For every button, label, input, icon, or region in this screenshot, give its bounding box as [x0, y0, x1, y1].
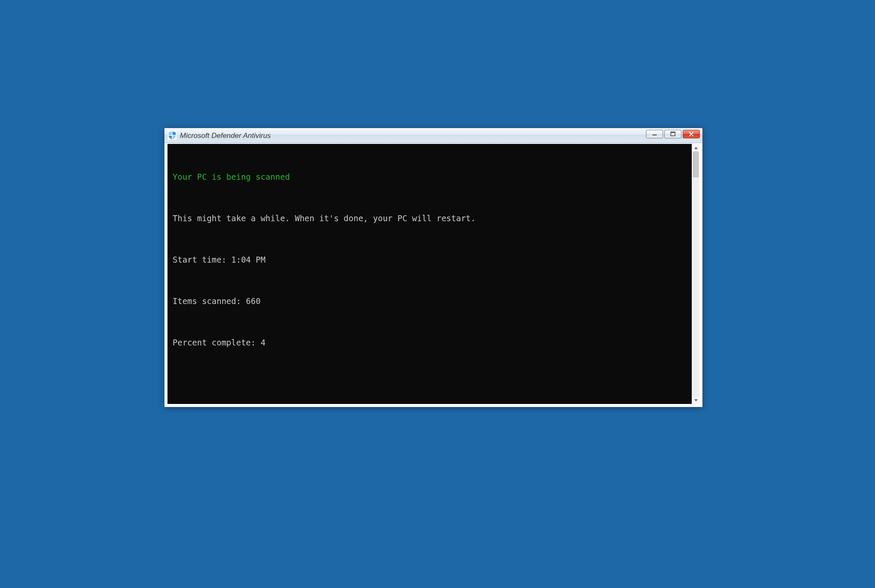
scan-message: This might take a while. When it's done,… — [173, 213, 687, 224]
start-time-value: 1:04 PM — [231, 255, 265, 264]
client-area: Your PC is being scanned This might take… — [167, 144, 699, 404]
items-scanned-label: Items scanned: — [173, 296, 246, 306]
percent-complete-value: 4 — [261, 338, 265, 347]
scan-heading: Your PC is being scanned — [173, 172, 687, 183]
scroll-up-button[interactable] — [692, 144, 699, 152]
items-scanned-value: 660 — [246, 296, 261, 306]
scroll-thumb[interactable] — [693, 152, 699, 177]
maximize-button[interactable] — [664, 130, 681, 138]
svg-rect-5 — [671, 132, 675, 133]
items-scanned-line: Items scanned: 660 — [173, 296, 687, 307]
minimize-button[interactable] — [646, 130, 663, 138]
defender-shield-icon — [168, 131, 176, 140]
close-button[interactable] — [683, 130, 700, 138]
window-title: Microsoft Defender Antivirus — [180, 128, 271, 143]
vertical-scrollbar[interactable] — [692, 144, 699, 404]
window-controls — [646, 130, 700, 138]
titlebar[interactable]: Microsoft Defender Antivirus — [164, 128, 702, 143]
scroll-track[interactable] — [692, 152, 699, 396]
svg-rect-2 — [169, 135, 176, 136]
percent-complete-label: Percent complete: — [173, 338, 261, 347]
app-window: Microsoft Defender Antivirus Yo — [164, 128, 703, 407]
scroll-down-button[interactable] — [692, 396, 699, 404]
svg-rect-3 — [652, 135, 657, 135]
start-time-line: Start time: 1:04 PM — [173, 255, 687, 266]
start-time-label: Start time: — [173, 255, 231, 264]
console-output: Your PC is being scanned This might take… — [167, 144, 692, 404]
percent-complete-line: Percent complete: 4 — [173, 337, 687, 348]
